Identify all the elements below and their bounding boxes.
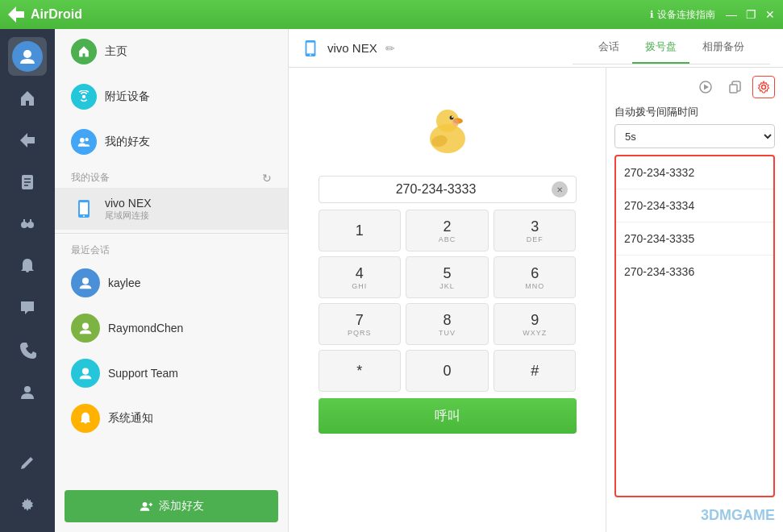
sidebar-icon-calls[interactable] bbox=[8, 330, 47, 369]
tab-chat[interactable]: 会话 bbox=[585, 31, 632, 64]
dial-key-2[interactable]: 2 ABC bbox=[406, 210, 489, 251]
dial-key-1[interactable]: 1 bbox=[319, 210, 402, 251]
nav-item-nearby[interactable]: 附近设备 bbox=[55, 74, 288, 119]
svg-point-1 bbox=[23, 50, 31, 58]
settings-icon-button[interactable] bbox=[752, 76, 775, 98]
connection-hint: ℹ 设备连接指南 bbox=[650, 8, 715, 22]
svg-point-21 bbox=[82, 322, 89, 329]
tab-dialer[interactable]: 拨号盘 bbox=[632, 31, 689, 64]
logo-icon bbox=[6, 5, 26, 24]
svg-point-16 bbox=[85, 138, 88, 141]
device-edit-icon[interactable]: ✏ bbox=[385, 42, 395, 55]
close-button[interactable]: ✕ bbox=[764, 8, 777, 21]
nav-home-label: 主页 bbox=[105, 44, 127, 59]
raymond-avatar bbox=[71, 314, 100, 343]
dial-key-hash[interactable]: # bbox=[494, 350, 577, 392]
raymond-name: RaymondChen bbox=[108, 322, 183, 335]
phone-content: 270-234-3333 ✕ 1 2 ABC 3 bbox=[289, 68, 783, 532]
number-item-1[interactable]: 270-234-3334 bbox=[616, 189, 773, 222]
nearby-nav-icon bbox=[71, 84, 97, 110]
person-icon3 bbox=[78, 366, 93, 380]
nav-bottom: 添加好友 bbox=[55, 480, 288, 532]
sidebar-icon-settings[interactable] bbox=[8, 485, 47, 524]
svg-point-39 bbox=[762, 85, 766, 89]
phone-input-value: 270-234-3333 bbox=[327, 182, 545, 197]
sys-avatar bbox=[71, 404, 100, 433]
nav-item-home[interactable]: 主页 bbox=[55, 29, 288, 74]
contact-item-support[interactable]: Support Team bbox=[55, 351, 288, 396]
phone-clear-button[interactable]: ✕ bbox=[552, 181, 568, 197]
my-devices-label: 我的设备 bbox=[71, 171, 110, 185]
device-name: vivo NEX bbox=[105, 197, 152, 210]
icon-sidebar bbox=[0, 29, 55, 532]
friends-circle-icon bbox=[77, 135, 90, 148]
contact-item-sys[interactable]: 系统通知 bbox=[55, 396, 288, 441]
auto-dial-label: 自动拨号间隔时间 bbox=[614, 105, 775, 119]
dial-key-0[interactable]: 0 bbox=[406, 350, 489, 392]
recent-header: 最近会话 bbox=[55, 237, 288, 260]
dial-key-4[interactable]: 4 GHI bbox=[319, 256, 402, 298]
dial-key-9[interactable]: 9 WXYZ bbox=[494, 303, 577, 345]
sidebar-icon-contacts[interactable] bbox=[8, 372, 47, 411]
tab-backup[interactable]: 相册备份 bbox=[689, 31, 757, 64]
my-devices-header: 我的设备 ↻ bbox=[55, 164, 288, 188]
svg-point-23 bbox=[142, 502, 147, 507]
kaylee-avatar bbox=[71, 268, 100, 297]
interval-select[interactable]: 5s 10s 15s 30s bbox=[614, 124, 775, 148]
contact-item-kaylee[interactable]: kaylee bbox=[55, 260, 288, 305]
device-info: vivo NEX 尾域网连接 bbox=[105, 197, 152, 222]
play-icon-button[interactable] bbox=[694, 76, 717, 98]
add-friend-label: 添加好友 bbox=[159, 499, 204, 513]
svg-marker-37 bbox=[704, 85, 709, 90]
device-item-vivo[interactable]: vivo NEX 尾域网连接 bbox=[55, 188, 288, 230]
right-panel: 自动拨号间隔时间 5s 10s 15s 30s 270-234-3332 270… bbox=[606, 68, 783, 532]
dial-key-star[interactable]: * bbox=[319, 350, 402, 392]
minimize-button[interactable]: — bbox=[725, 8, 738, 21]
icon-sidebar-bottom bbox=[8, 443, 47, 532]
device-header-icon bbox=[302, 39, 319, 57]
dial-key-5[interactable]: 5 JKL bbox=[406, 256, 489, 298]
copy-icon bbox=[728, 81, 741, 94]
svg-rect-38 bbox=[730, 85, 737, 93]
nav-item-friends[interactable]: 我的好友 bbox=[55, 119, 288, 164]
sidebar-icon-messages[interactable] bbox=[8, 289, 47, 327]
play-icon bbox=[699, 81, 712, 94]
dial-key-3[interactable]: 3 DEF bbox=[494, 210, 577, 251]
tab-bar: 会话 拨号盘 相册备份 bbox=[573, 31, 770, 64]
sidebar-icon-edit[interactable] bbox=[8, 443, 47, 482]
titlebar: AirDroid ℹ 设备连接指南 — ❐ ✕ bbox=[0, 0, 783, 29]
sidebar-icon-search[interactable] bbox=[8, 205, 47, 243]
bell-icon bbox=[19, 257, 36, 275]
add-friend-button[interactable]: 添加好友 bbox=[65, 490, 278, 522]
svg-marker-2 bbox=[20, 133, 35, 148]
sidebar-icon-home[interactable] bbox=[8, 79, 47, 118]
refresh-button[interactable]: ↻ bbox=[262, 172, 272, 185]
call-button[interactable]: 呼叫 bbox=[319, 398, 577, 434]
contacts-icon bbox=[19, 383, 36, 401]
duck-mascot bbox=[415, 97, 480, 161]
dial-key-7[interactable]: 7 PQRS bbox=[319, 303, 402, 345]
home-nav-icon bbox=[71, 39, 97, 64]
contact-item-raymond[interactable]: RaymondChen bbox=[55, 305, 288, 351]
dial-key-8[interactable]: 8 TUV bbox=[406, 303, 489, 345]
sidebar-icon-avatar[interactable] bbox=[8, 37, 47, 76]
number-item-2[interactable]: 270-234-3335 bbox=[616, 222, 773, 256]
number-item-0[interactable]: 270-234-3332 bbox=[616, 156, 773, 189]
copy-icon-button[interactable] bbox=[723, 76, 746, 98]
nearby-circle-icon bbox=[77, 90, 90, 103]
sidebar-icon-send[interactable] bbox=[8, 121, 47, 160]
svg-rect-9 bbox=[26, 223, 29, 227]
device-header-name: vivo NEX bbox=[327, 41, 377, 55]
content-area: vivo NEX ✏ 会话 拨号盘 相册备份 bbox=[289, 29, 783, 532]
dial-key-6[interactable]: 6 MNO bbox=[494, 256, 577, 298]
window-controls: — ❐ ✕ bbox=[725, 8, 777, 21]
add-person-icon bbox=[140, 500, 152, 513]
restore-button[interactable]: ❐ bbox=[744, 8, 757, 21]
sidebar-icon-notifications[interactable] bbox=[8, 247, 47, 285]
right-panel-toolbar bbox=[614, 76, 775, 98]
number-item-3[interactable]: 270-234-3336 bbox=[616, 256, 773, 288]
svg-point-34 bbox=[452, 119, 459, 126]
sidebar-icon-files[interactable] bbox=[8, 163, 47, 202]
home-icon bbox=[19, 89, 36, 107]
recent-label: 最近会话 bbox=[71, 244, 110, 256]
